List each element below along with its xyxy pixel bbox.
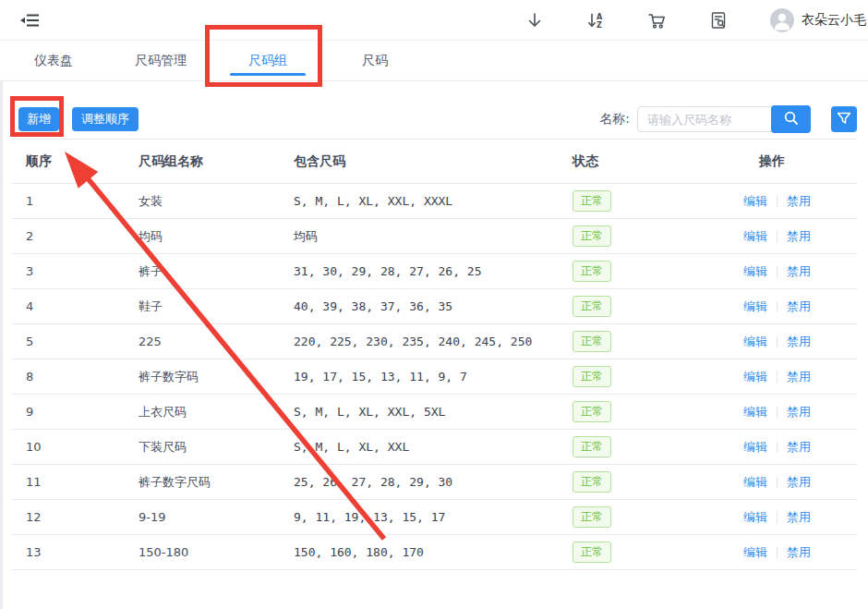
header-status: 状态 [573, 153, 743, 170]
table-row: 10 下装尺码 S, M, L, XL, XXL 正常 编辑禁用 [11, 430, 857, 465]
search-icon [783, 110, 800, 129]
svg-text:A: A [597, 13, 603, 21]
table-header-row: 顺序 尺码组名称 包含尺码 状态 操作 [11, 140, 857, 184]
action-divider [777, 336, 778, 347]
cell-sizes: 19, 17, 15, 13, 11, 9, 7 [294, 370, 573, 384]
disable-link[interactable]: 禁用 [787, 299, 811, 313]
cell-actions: 编辑禁用 [743, 544, 857, 561]
cell-group-name: 上衣尺码 [139, 404, 294, 420]
action-divider [777, 266, 778, 277]
action-divider [777, 477, 778, 488]
cell-group-name: 女装 [139, 193, 294, 210]
cell-sizes: S, M, L, XL, XXL [294, 440, 573, 454]
search-button[interactable] [771, 105, 811, 133]
disable-link[interactable]: 禁用 [787, 405, 811, 419]
cell-status: 正常 [573, 190, 743, 212]
table-row: 11 裤子数字尺码 25, 26, 27, 28, 29, 30 正常 编辑禁用 [11, 465, 857, 500]
cell-order: 3 [26, 264, 139, 278]
cell-status: 正常 [573, 366, 743, 387]
cell-status: 正常 [573, 401, 743, 422]
cell-status: 正常 [573, 471, 743, 493]
disable-link[interactable]: 禁用 [787, 475, 811, 489]
edit-link[interactable]: 编辑 [743, 229, 767, 243]
reorder-button[interactable]: 调整顺序 [72, 107, 139, 131]
edit-link[interactable]: 编辑 [743, 475, 767, 489]
status-badge: 正常 [573, 366, 611, 387]
edit-link[interactable]: 编辑 [743, 440, 767, 454]
tab-bar: 仪表盘 尺码管理 尺码组 尺码 [0, 41, 868, 81]
tab-label: 仪表盘 [34, 53, 73, 69]
table-body: 1 女装 S, M, L, XL, XXL, XXXL 正常 编辑禁用 2 均码… [11, 184, 857, 570]
cell-status: 正常 [573, 436, 743, 457]
disable-link[interactable]: 禁用 [787, 510, 811, 524]
edit-link[interactable]: 编辑 [743, 545, 767, 559]
edit-link[interactable]: 编辑 [743, 194, 767, 208]
edit-link[interactable]: 编辑 [743, 370, 767, 384]
cell-status: 正常 [573, 331, 743, 352]
table-row: 12 9-19 9, 11, 19, 13, 15, 17 正常 编辑禁用 [11, 500, 857, 535]
disable-link[interactable]: 禁用 [787, 440, 811, 454]
disable-link[interactable]: 禁用 [787, 370, 811, 384]
edit-link[interactable]: 编辑 [743, 335, 767, 348]
status-badge: 正常 [573, 471, 611, 493]
cell-sizes: 9, 11, 19, 13, 15, 17 [294, 510, 573, 524]
action-divider [777, 371, 778, 383]
disable-link[interactable]: 禁用 [787, 545, 811, 559]
cell-actions: 编辑禁用 [743, 509, 857, 526]
edit-link[interactable]: 编辑 [743, 405, 767, 419]
document-search-icon[interactable] [709, 11, 728, 30]
cell-group-name: 裤子数字尺码 [139, 474, 294, 491]
page-edge-strip [0, 81, 3, 609]
collapse-menu-icon[interactable] [20, 12, 39, 29]
cell-group-name: 9-19 [139, 510, 294, 524]
shopping-cart-icon[interactable] [647, 11, 667, 30]
cell-status: 正常 [573, 296, 743, 317]
cell-order: 8 [26, 370, 139, 384]
disable-link[interactable]: 禁用 [787, 229, 811, 243]
cell-group-name: 裤子数字码 [139, 369, 294, 385]
header-sizes: 包含尺码 [294, 153, 573, 170]
cell-actions: 编辑禁用 [743, 228, 857, 245]
add-button[interactable]: 新增 [18, 107, 59, 131]
user-name[interactable]: 衣朵云小毛 [802, 12, 866, 29]
disable-link[interactable]: 禁用 [787, 264, 811, 278]
cell-actions: 编辑禁用 [743, 193, 857, 210]
search-input[interactable] [637, 106, 774, 132]
cell-actions: 编辑禁用 [743, 474, 857, 491]
cell-order: 12 [26, 510, 139, 524]
size-group-table: 顺序 尺码组名称 包含尺码 状态 操作 1 女装 S, M, L, XL, XX… [11, 139, 857, 570]
edit-link[interactable]: 编辑 [743, 264, 767, 278]
tab-size[interactable]: 尺码 [321, 41, 428, 80]
table-row: 8 裤子数字码 19, 17, 15, 13, 11, 9, 7 正常 编辑禁用 [11, 359, 857, 395]
cell-order: 2 [26, 229, 139, 243]
cell-order: 1 [26, 194, 139, 208]
user-avatar-icon[interactable] [770, 8, 794, 32]
status-badge: 正常 [573, 436, 611, 457]
search-label: 名称: [599, 111, 630, 128]
cell-sizes: 220, 225, 230, 235, 240, 245, 250 [294, 335, 573, 348]
action-divider [777, 301, 778, 312]
cell-group-name: 裤子 [139, 263, 294, 280]
filter-button[interactable] [831, 106, 857, 132]
tab-size-group[interactable]: 尺码组 [214, 41, 321, 80]
disable-link[interactable]: 禁用 [787, 194, 811, 208]
cell-actions: 编辑禁用 [743, 263, 857, 280]
edit-link[interactable]: 编辑 [743, 299, 767, 313]
filter-funnel-icon [837, 111, 851, 128]
tab-dashboard[interactable]: 仪表盘 [0, 41, 107, 80]
status-badge: 正常 [573, 331, 611, 352]
svg-text:Z: Z [597, 21, 602, 30]
cell-actions: 编辑禁用 [743, 404, 857, 420]
cell-order: 10 [26, 440, 139, 454]
sort-az-icon[interactable]: A Z [586, 11, 605, 30]
action-divider [777, 547, 778, 558]
download-icon[interactable] [525, 11, 544, 30]
tab-size-management[interactable]: 尺码管理 [107, 41, 214, 80]
cell-order: 4 [26, 299, 139, 313]
disable-link[interactable]: 禁用 [787, 335, 811, 348]
table-row: 4 鞋子 40, 39, 38, 37, 36, 35 正常 编辑禁用 [11, 289, 857, 324]
header-order: 顺序 [26, 153, 139, 170]
cell-order: 13 [26, 545, 139, 559]
status-badge: 正常 [573, 296, 611, 317]
edit-link[interactable]: 编辑 [743, 510, 767, 524]
